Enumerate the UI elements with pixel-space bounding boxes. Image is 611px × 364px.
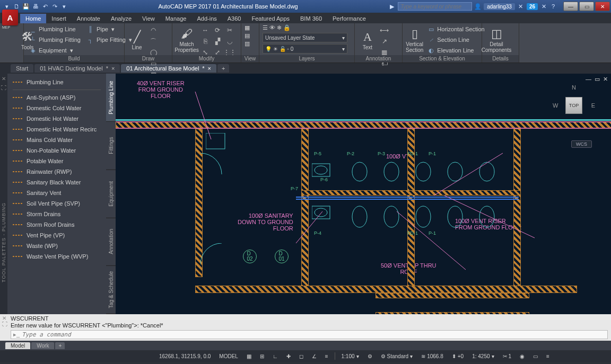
drawing-canvas[interactable]: — ▭ ✕ N E W TOP WCS 40Ø VENT RISER FROM … <box>116 74 611 314</box>
polar-toggle[interactable]: ✚ <box>284 353 293 359</box>
copy-icon[interactable]: ⎘ <box>200 37 211 46</box>
elevation-line-button[interactable]: ◐Elevation Line <box>425 46 486 55</box>
detail-components-button[interactable]: ◫Detail Components <box>485 24 508 55</box>
ribbon-tab-annotate[interactable]: Annotate <box>72 14 106 23</box>
maximize-button[interactable]: ▭ <box>579 2 594 11</box>
mirror-icon[interactable]: ▞ <box>212 37 223 46</box>
command-input[interactable] <box>22 331 605 338</box>
palette-item[interactable]: Sanitary Black Water <box>10 177 104 188</box>
model-space-button[interactable]: MODEL <box>217 353 240 359</box>
fillet-icon[interactable]: ◡ <box>224 37 235 46</box>
add-layout-button[interactable]: + <box>55 342 65 349</box>
close-tab-icon[interactable]: × <box>111 65 115 72</box>
side-tab-equipment[interactable]: Equipment <box>106 170 116 218</box>
help-icon[interactable]: ? <box>549 3 557 10</box>
otrack-toggle[interactable]: ∠ <box>310 353 319 359</box>
side-tab-tag[interactable]: Tag & Schedule <box>106 266 116 314</box>
palette-item[interactable]: Storm Roof Drains <box>10 219 104 230</box>
layerfreeze-icon[interactable]: ❄ <box>277 24 282 31</box>
clean-screen-toggle[interactable]: ▭ <box>531 353 540 359</box>
view3-icon[interactable]: ▥ <box>245 40 250 47</box>
ribbon-tab-a360[interactable]: A360 <box>222 14 247 23</box>
leader-icon[interactable]: ↗ <box>379 37 390 46</box>
current-layer-dropdown[interactable]: 💡 ☀ 🔓 ▫ 0▾ <box>263 44 347 54</box>
ribbon-tab-manage[interactable]: Manage <box>160 14 192 23</box>
new-tab-button[interactable]: + <box>217 64 229 73</box>
search-nav-icon[interactable]: ▶ <box>388 3 396 10</box>
polyline-icon[interactable]: ⌒ <box>148 37 159 46</box>
palette-close-icon[interactable]: ✕ <box>2 76 6 82</box>
user-chip[interactable]: adarling33 <box>484 3 515 10</box>
ribbon-tab-performance[interactable]: Performance <box>327 14 371 23</box>
layeriso-icon[interactable]: 👁 <box>269 24 275 31</box>
palette-item[interactable]: Potable Water <box>10 156 104 166</box>
move-icon[interactable]: ↔ <box>200 25 211 35</box>
equipment-button[interactable]: ◈Equipment▾ <box>27 46 83 55</box>
view1-icon[interactable]: ▦ <box>245 24 250 31</box>
signin-icon[interactable]: 👤 <box>474 3 482 10</box>
ribbon-tab-view[interactable]: View <box>137 14 160 23</box>
routing-pref[interactable]: ⬍ +0 <box>450 353 466 359</box>
palette-item[interactable]: Vent Pipe (VP) <box>10 230 104 241</box>
palette-item[interactable]: Domestic Cold Water <box>10 103 104 113</box>
qat-redo-icon[interactable]: ↷ <box>51 3 58 10</box>
text-button[interactable]: AText <box>358 24 377 55</box>
ribbon-tab-insert[interactable]: Insert <box>46 14 72 23</box>
grid-toggle[interactable]: ▦ <box>245 353 254 359</box>
ribbon-tab-featured[interactable]: Featured Apps <box>246 14 295 23</box>
qat-print-icon[interactable]: 🖶 <box>32 3 39 10</box>
side-tab-fittings[interactable]: Fittings <box>106 122 116 170</box>
vertical-section-button[interactable]: ▯Vertical Section <box>406 24 423 55</box>
viewport-minimize-icon[interactable]: — <box>586 76 591 83</box>
palette-item[interactable]: Storm Drains <box>10 209 104 219</box>
side-tab-annotation[interactable]: Annotation <box>106 218 116 266</box>
snap-toggle[interactable]: ⊞ <box>258 353 266 359</box>
ribbon-tab-bim360[interactable]: BIM 360 <box>295 14 327 23</box>
cmdline-handle-icon[interactable]: ✕⛶ <box>2 315 7 327</box>
cut-plane[interactable]: ✂ 1 <box>501 353 514 359</box>
close-tab-icon[interactable]: × <box>208 65 211 72</box>
palette-item[interactable]: Non-Potable Water <box>10 145 104 156</box>
gear-icon[interactable]: ⚙ <box>365 353 374 359</box>
view2-icon[interactable]: ▤ <box>245 32 250 39</box>
work-tab[interactable]: Work <box>31 342 54 349</box>
zoom-scale[interactable]: 1: 4250 ▾ <box>470 353 496 359</box>
viewport-close-icon[interactable]: ✕ <box>603 76 608 83</box>
elevation-display[interactable]: ≋ 1066.8 <box>419 353 446 359</box>
plumbing-fitting-button[interactable]: └Plumbing Fitting <box>27 35 83 45</box>
palette-options-icon[interactable]: ⛶ <box>1 85 6 91</box>
ribbon-tab-addins[interactable]: Add-ins <box>191 14 222 23</box>
trim-icon[interactable]: ✂ <box>224 25 235 35</box>
palette-item[interactable]: Soil Vent Pipe (SVP) <box>10 198 104 209</box>
palette-item[interactable]: Rainwater (RWP) <box>10 166 104 177</box>
ortho-toggle[interactable]: ∟ <box>270 353 280 359</box>
viewport-maximize-icon[interactable]: ▭ <box>595 76 600 83</box>
plumbing-line-button[interactable]: ⎯Plumbing Line <box>27 24 83 34</box>
section-line-button[interactable]: ⟋Section Line <box>425 35 486 45</box>
palette-item[interactable]: Domestic Hot Water Recirc <box>10 124 104 135</box>
dim-icon[interactable]: ⟷ <box>379 25 390 35</box>
side-tab-plumbing[interactable]: Plumbing Line <box>106 74 116 122</box>
layerlock-icon[interactable]: 🔒 <box>283 24 291 31</box>
workspace-dropdown[interactable]: ⚙ Standard ▾ <box>379 353 415 359</box>
notification-badge[interactable]: 26 <box>527 3 538 10</box>
layer-state-dropdown[interactable]: Unsaved Layer State▾ <box>263 33 347 42</box>
doc-tab-hvac[interactable]: 01 HVAC Ducting Model*× <box>34 64 120 73</box>
ribbon-tab-analyze[interactable]: Analyze <box>106 14 137 23</box>
layerprop-icon[interactable]: ☰ <box>263 24 268 31</box>
arc-icon[interactable]: ◠ <box>148 25 159 35</box>
rotate-icon[interactable]: ⟳ <box>212 25 223 35</box>
customize-status-icon[interactable]: ≡ <box>544 353 552 359</box>
close-button[interactable]: ✕ <box>595 2 610 11</box>
palette-item[interactable]: Waste (WP) <box>10 241 104 251</box>
a360-icon[interactable]: ✕ <box>540 3 547 10</box>
palette-item[interactable]: Domestic Hot Water <box>10 113 104 124</box>
qat-save-icon[interactable]: 💾 <box>22 3 30 10</box>
anno-scale-dropdown[interactable]: 1:100 ▾ <box>339 353 361 359</box>
ribbon-tab-home[interactable]: Home <box>20 14 46 23</box>
palette-item[interactable]: Mains Cold Water <box>10 135 104 145</box>
osnap-toggle[interactable]: ◻ <box>297 353 306 359</box>
infocenter-search[interactable] <box>398 2 472 11</box>
exchange-icon[interactable]: ✕ <box>517 3 525 10</box>
lineweight-toggle[interactable]: ≡ <box>323 353 330 359</box>
